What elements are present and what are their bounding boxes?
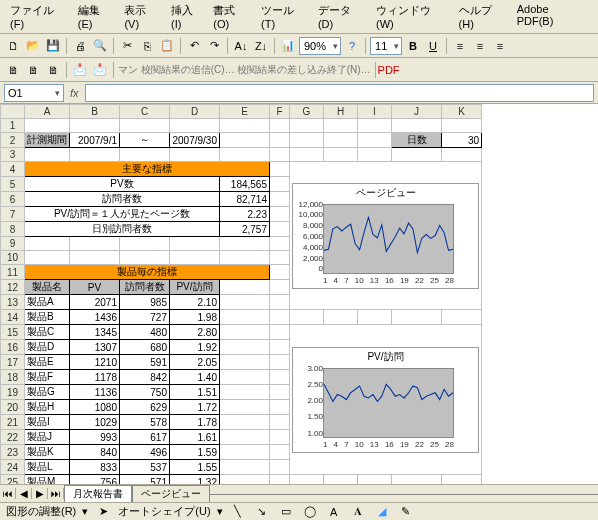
cell[interactable]: 1345 [70,325,120,340]
cell[interactable]: 1.92 [170,340,220,355]
col-header[interactable]: E [220,105,270,119]
col-header[interactable]: D [170,105,220,119]
row-header[interactable]: 15 [1,325,25,340]
cell[interactable]: PV数 [25,177,220,192]
cell[interactable] [392,310,442,325]
col-header[interactable]: H [324,105,358,119]
cell[interactable] [442,310,482,325]
cell[interactable] [290,148,324,162]
cell[interactable]: 製品E [25,355,70,370]
cell[interactable]: 82,714 [220,192,270,207]
preview-icon[interactable]: 🔍 [91,37,109,55]
col-header[interactable]: F [270,105,290,119]
menu-data[interactable]: データ(D) [314,2,370,31]
fx-icon[interactable]: fx [70,87,79,99]
tb2-5-icon[interactable]: 📩 [91,61,109,79]
cell[interactable] [220,280,270,295]
cell[interactable] [70,251,120,265]
cell[interactable] [324,310,358,325]
row-header[interactable]: 6 [1,192,25,207]
tb2-4-icon[interactable]: 📩 [71,61,89,79]
cell[interactable]: 578 [120,415,170,430]
cell[interactable]: 1.98 [170,310,220,325]
cut-icon[interactable]: ✂ [118,37,136,55]
cell[interactable] [290,310,324,325]
cell[interactable]: 2071 [70,295,120,310]
cell[interactable] [270,415,290,430]
tb2-3-icon[interactable]: 🗎 [44,61,62,79]
cell[interactable]: 985 [120,295,170,310]
underline-icon[interactable]: U [424,37,442,55]
cell[interactable]: 製品H [25,400,70,415]
cell[interactable] [270,385,290,400]
tab-prev-icon[interactable]: ◀ [16,488,32,499]
cell[interactable] [270,251,290,265]
cell[interactable] [324,475,358,485]
row-header[interactable]: 5 [1,177,25,192]
cell[interactable]: 993 [70,430,120,445]
tab-first-icon[interactable]: ⏮ [0,488,16,499]
row-header[interactable]: 16 [1,340,25,355]
cell[interactable] [270,265,290,280]
cell[interactable] [220,415,270,430]
cell[interactable] [270,119,290,133]
cell[interactable] [270,162,290,177]
cell[interactable]: 訪問者数 [120,280,170,295]
cell[interactable] [170,119,220,133]
cell[interactable] [220,355,270,370]
row-header[interactable]: 4 [1,162,25,177]
cell[interactable]: 629 [120,400,170,415]
sheet-tab-1[interactable]: 月次報告書 [64,485,132,502]
autoshape[interactable]: オートシェイプ(U) [118,504,210,519]
cell[interactable] [270,222,290,237]
cell[interactable] [25,148,70,162]
cell[interactable]: 2.23 [220,207,270,222]
cell[interactable] [270,475,290,485]
new-icon[interactable]: 🗋 [4,37,22,55]
cell[interactable] [270,237,290,251]
cell[interactable]: 537 [120,460,170,475]
row-header[interactable]: 12 [1,280,25,295]
cell[interactable] [358,119,392,133]
tb2-1-icon[interactable]: 🗎 [4,61,22,79]
cell[interactable]: 日数 [392,133,442,148]
cell[interactable] [220,251,270,265]
align-right-icon[interactable]: ≡ [491,37,509,55]
cell[interactable]: 184,565 [220,177,270,192]
cell[interactable]: PV/訪問3.002.502.001.501.00147101316192225… [290,325,482,475]
menu-tools[interactable]: ツール(T) [257,2,312,31]
cell[interactable] [170,251,220,265]
cell[interactable] [120,251,170,265]
cell[interactable]: 1136 [70,385,120,400]
cell[interactable]: 842 [120,370,170,385]
paste-icon[interactable]: 📋 [158,37,176,55]
cell[interactable] [270,355,290,370]
cell[interactable]: 1436 [70,310,120,325]
undo-icon[interactable]: ↶ [185,37,203,55]
cell[interactable] [220,295,270,310]
cell[interactable] [270,177,290,192]
row-header[interactable]: 10 [1,251,25,265]
col-header[interactable] [1,105,25,119]
cell[interactable]: 製品D [25,340,70,355]
sheet-tab-2[interactable]: ページビュー [132,485,210,502]
cell[interactable]: 主要な指標 [25,162,270,177]
cell[interactable] [220,340,270,355]
cell[interactable]: 496 [120,445,170,460]
cell[interactable]: 製品A [25,295,70,310]
oval-icon[interactable]: ◯ [301,503,319,521]
cell[interactable] [270,430,290,445]
cell[interactable] [270,280,290,295]
cell[interactable] [290,119,324,133]
cell[interactable]: 1.40 [170,370,220,385]
cell[interactable]: 計測期間 [25,133,70,148]
cell[interactable] [270,133,290,148]
cell[interactable] [25,237,70,251]
cell[interactable] [270,310,290,325]
row-header[interactable]: 18 [1,370,25,385]
cell[interactable]: PV/訪問 [170,280,220,295]
cell[interactable] [324,148,358,162]
row-header[interactable]: 14 [1,310,25,325]
formula-input[interactable] [85,84,594,102]
bold-icon[interactable]: B [404,37,422,55]
